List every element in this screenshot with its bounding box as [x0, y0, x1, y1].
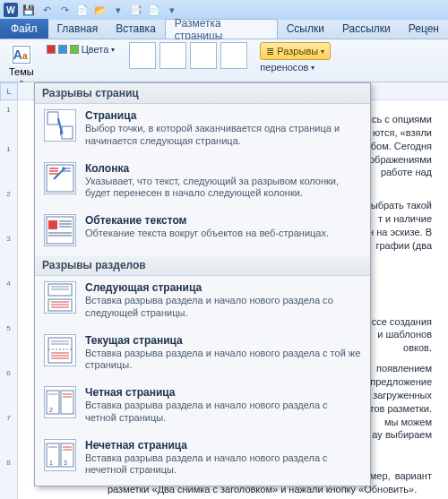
doc-text: бом. Сегодня — [371, 141, 432, 151]
theme-colors-button[interactable]: Цвета ▾ — [47, 44, 116, 55]
save-icon[interactable]: 💾 — [22, 3, 36, 17]
item-title: Четная страница — [85, 386, 361, 399]
item-desc: Вставка разрыва раздела и начало нового … — [85, 452, 361, 477]
svg-text:2: 2 — [49, 407, 53, 413]
odd-page-break-icon: 13 — [44, 439, 76, 471]
margins-button[interactable] — [129, 42, 156, 69]
orientation-button[interactable] — [159, 42, 186, 69]
svg-rect-11 — [48, 220, 57, 229]
chevron-down-icon: ▾ — [111, 46, 115, 54]
columns-button[interactable] — [220, 42, 247, 69]
tab-page-layout[interactable]: Разметка страницы — [165, 19, 278, 39]
ruler-tick: 1 — [0, 106, 17, 114]
breaks-label: Разрывы — [277, 46, 318, 56]
tab-mailings[interactable]: Рассылки — [333, 19, 400, 39]
doc-text: появлением — [376, 363, 432, 374]
ruler-tick: 7 — [0, 414, 17, 422]
hyphenation-label: переносов — [260, 62, 308, 73]
ruler-tick: 3 — [0, 235, 17, 243]
theme-colors-label: Цвета — [82, 44, 109, 55]
doc-text: ессе создания — [366, 316, 432, 327]
item-title: Страница — [85, 109, 361, 122]
dropdown-section-page-breaks: Разрывы страниц — [35, 83, 370, 104]
column-break-icon — [44, 162, 76, 194]
qat-extra2-icon[interactable]: 📄 — [147, 3, 161, 17]
item-desc: Вставка разрыва раздела и начало нового … — [85, 348, 361, 373]
item-desc: Обтекание текста вокруг объектов на веб-… — [85, 228, 361, 240]
qat-more-icon[interactable]: ▾ — [165, 3, 179, 17]
tab-home[interactable]: Главная — [48, 19, 108, 39]
doc-text: ыбрать такой — [371, 200, 432, 211]
breaks-icon: ≣ — [266, 46, 274, 57]
doc-text: ау выбираем — [372, 429, 432, 440]
breaks-dropdown: Разрывы страниц Страница Выбор точки, в … — [34, 82, 371, 486]
ribbon: Aa Темы ▾ Цвета ▾ ≣ Разрывы ▾ переносов … — [0, 39, 448, 82]
ruler-tick: 6 — [0, 369, 17, 377]
doc-text: н на эскизе. В — [368, 227, 432, 237]
doc-text: ображениями — [369, 154, 432, 165]
ruler-tick: 8 — [0, 459, 17, 467]
item-title: Колонка — [85, 162, 361, 175]
vertical-ruler[interactable]: 1 1 2 3 4 5 6 7 8 — [0, 100, 18, 499]
tab-file[interactable]: Файл — [0, 19, 48, 39]
break-page-item[interactable]: Страница Выбор точки, в которой заканчив… — [35, 104, 370, 157]
tab-references[interactable]: Ссылки — [278, 19, 333, 39]
dropdown-section-section-breaks: Разрывы разделов — [35, 255, 370, 276]
doc-text: работе над — [381, 167, 432, 177]
svg-text:3: 3 — [64, 460, 67, 466]
doc-text: мы можем — [384, 417, 432, 427]
text-wrapping-break-icon — [44, 214, 76, 246]
qat-extra-icon[interactable]: 📑 — [129, 3, 143, 17]
tab-review[interactable]: Рецен — [400, 19, 448, 39]
size-button[interactable] — [190, 42, 217, 69]
open-folder-icon[interactable]: 📂 — [93, 3, 108, 17]
breaks-button[interactable]: ≣ Разрывы ▾ — [260, 42, 331, 60]
page-break-icon — [44, 109, 76, 142]
svg-text:1: 1 — [49, 460, 53, 466]
continuous-break-icon — [44, 334, 76, 366]
item-title: Обтекание текстом — [85, 214, 361, 227]
themes-button[interactable]: Aa Темы ▾ — [5, 42, 38, 88]
item-title: Следующая страница — [85, 281, 361, 294]
item-desc: Выбор точки, в которой заканчивается одн… — [85, 123, 361, 148]
break-continuous-item[interactable]: Текущая страница Вставка разрыва раздела… — [35, 329, 370, 382]
themes-icon: Aa — [11, 44, 32, 65]
doc-text: тов разметки. — [370, 403, 432, 414]
tab-insert[interactable]: Вставка — [107, 19, 165, 39]
ruler-tick: 2 — [0, 190, 17, 198]
doc-text: графии (два — [375, 240, 432, 251]
undo-icon[interactable]: ↶ — [39, 3, 54, 17]
ribbon-tabs: Файл Главная Вставка Разметка страницы С… — [0, 20, 448, 39]
ruler-corner[interactable]: L — [0, 82, 18, 100]
ruler-tick: 4 — [0, 280, 17, 288]
doc-text: овков. — [403, 342, 432, 353]
themes-label: Темы — [9, 66, 34, 77]
even-page-break-icon: 2 — [44, 386, 76, 418]
break-next-page-item[interactable]: Следующая страница Вставка разрыва разде… — [35, 276, 370, 329]
break-odd-page-item[interactable]: 13 Нечетная страница Вставка разрыва раз… — [35, 434, 370, 486]
item-title: Текущая страница — [85, 334, 361, 347]
item-title: Нечетная страница — [85, 439, 361, 452]
doc-text: т и наличие — [378, 213, 432, 224]
break-even-page-item[interactable]: 2 Четная страница Вставка разрыва раздел… — [35, 381, 370, 434]
themes-group: Цвета ▾ — [47, 44, 116, 55]
ruler-tick: 5 — [0, 324, 17, 332]
qat-icon[interactable]: 📄 — [75, 3, 90, 17]
doc-text: ются, «взяли — [373, 127, 432, 138]
break-text-wrapping-item[interactable]: Обтекание текстом Обтекание текста вокру… — [35, 209, 370, 255]
item-desc: Вставка разрыва раздела и начало нового … — [85, 400, 361, 425]
doc-text: ись с опциями — [366, 114, 432, 125]
next-page-break-icon — [44, 281, 76, 314]
hyphenation-button[interactable]: переносов ▾ — [260, 62, 331, 73]
ruler-tick: 1 — [0, 145, 17, 153]
qat-arrow-icon[interactable]: ▾ — [111, 3, 125, 17]
word-app-icon: W — [4, 3, 18, 17]
item-desc: Указывает, что текст, следующий за разры… — [85, 176, 361, 201]
break-column-item[interactable]: Колонка Указывает, что текст, следующий … — [35, 157, 370, 210]
redo-icon[interactable]: ↷ — [57, 3, 72, 17]
doc-text: предложение — [370, 376, 432, 387]
doc-text: загруженных — [373, 390, 432, 400]
chevron-down-icon: ▾ — [311, 64, 314, 72]
item-desc: Вставка разрыва раздела и начало нового … — [85, 295, 361, 320]
chevron-down-icon: ▾ — [321, 47, 324, 56]
